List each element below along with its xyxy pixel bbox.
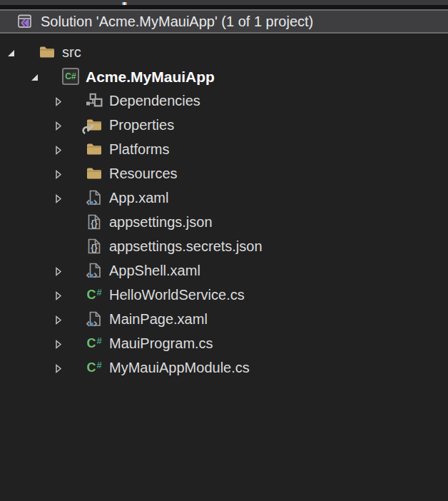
dependencies-icon — [85, 91, 103, 110]
tree-row-app-xaml[interactable]: App.xaml — [0, 186, 448, 210]
tree-item-label: App.xaml — [109, 191, 168, 205]
collapsed-arrow-icon[interactable] — [53, 313, 64, 325]
tree-row-mainpage-xaml[interactable]: MainPage.xaml — [0, 307, 448, 331]
collapsed-arrow-icon[interactable] — [53, 265, 64, 276]
tree-row-mymauiappmodule-cs[interactable]: C#MyMauiAppModule.cs — [0, 355, 448, 380]
collapsed-arrow-icon[interactable] — [53, 119, 64, 131]
tree-item-label: appsettings.json — [109, 215, 213, 229]
tree-item-label: Platforms — [109, 142, 169, 156]
tree-row-helloworldservice-cs[interactable]: C#HelloWorldService.cs — [0, 283, 448, 307]
solution-label: Solution 'Acme.MyMauiApp' (1 of 1 projec… — [41, 14, 313, 30]
top-clipped-strip — [0, 0, 448, 5]
tree-row-platforms[interactable]: Platforms — [0, 137, 448, 161]
collapsed-arrow-icon[interactable] — [53, 362, 64, 373]
csharp-project-icon: C# — [61, 67, 80, 86]
collapsed-arrow-icon[interactable] — [53, 338, 64, 349]
xaml-file-icon — [85, 310, 103, 328]
json-file-icon: {} — [85, 237, 103, 255]
collapsed-arrow-icon[interactable] — [53, 143, 64, 155]
tree-item-label: appsettings.secrets.json — [109, 239, 263, 253]
xaml-file-icon — [85, 261, 103, 280]
no-expander — [53, 241, 64, 252]
csharp-file-icon: C# — [85, 358, 103, 377]
tree-item-label: AppShell.xaml — [109, 263, 200, 278]
solution-explorer-tree[interactable]: srcC#Acme.MyMauiAppDependenciesPropertie… — [0, 34, 448, 380]
tree-item-label: Properties — [109, 118, 174, 132]
collapsed-arrow-icon[interactable] — [53, 192, 64, 203]
svg-text:{}: {} — [91, 218, 98, 228]
csharp-file-icon: C# — [85, 334, 103, 353]
collapsed-arrow-icon[interactable] — [53, 168, 64, 179]
tree-row-dependencies[interactable]: Dependencies — [0, 88, 448, 113]
tree-item-label: Dependencies — [109, 93, 200, 108]
tree-row-appsettings-secrets-json[interactable]: {}appsettings.secrets.json — [0, 234, 448, 258]
json-file-icon: {} — [85, 213, 103, 231]
tree-item-label: MyMauiAppModule.cs — [109, 360, 250, 375]
collapsed-arrow-icon[interactable] — [53, 289, 64, 300]
solution-root-row[interactable]: Solution 'Acme.MyMauiApp' (1 of 1 projec… — [0, 9, 448, 34]
tree-item-label: MainPage.xaml — [109, 312, 208, 326]
tree-row-properties[interactable]: Properties — [0, 113, 448, 137]
clipped-row-icon-fragment — [122, 2, 127, 5]
tree-row-mauiprogram-cs[interactable]: C#MauiProgram.cs — [0, 331, 448, 355]
properties-folder-icon — [85, 116, 103, 134]
svg-text:{}: {} — [91, 243, 98, 253]
tree-row-resources[interactable]: Resources — [0, 161, 448, 186]
csharp-file-icon: C# — [85, 285, 103, 304]
tree-item-label: MauiProgram.cs — [109, 336, 213, 350]
tree-item-label: HelloWorldService.cs — [109, 288, 245, 302]
folder-icon — [85, 164, 103, 183]
tree-row-acme-mymauiapp[interactable]: C#Acme.MyMauiApp — [0, 64, 448, 88]
tree-item-label: Resources — [109, 166, 178, 181]
tree-item-label: src — [62, 45, 81, 59]
no-expander — [53, 216, 64, 228]
folder-icon — [38, 43, 56, 61]
xaml-file-icon — [85, 188, 103, 207]
tree-item-label: Acme.MyMauiApp — [86, 69, 215, 84]
tree-row-appsettings-json[interactable]: {}appsettings.json — [0, 210, 448, 234]
solution-icon — [16, 12, 34, 31]
expanded-arrow-icon[interactable] — [29, 71, 41, 82]
collapsed-arrow-icon[interactable] — [53, 95, 64, 106]
tree-row-src[interactable]: src — [0, 40, 448, 64]
tree-row-appshell-xaml[interactable]: AppShell.xaml — [0, 258, 448, 283]
expanded-arrow-icon[interactable] — [6, 46, 17, 58]
folder-icon — [85, 140, 103, 158]
